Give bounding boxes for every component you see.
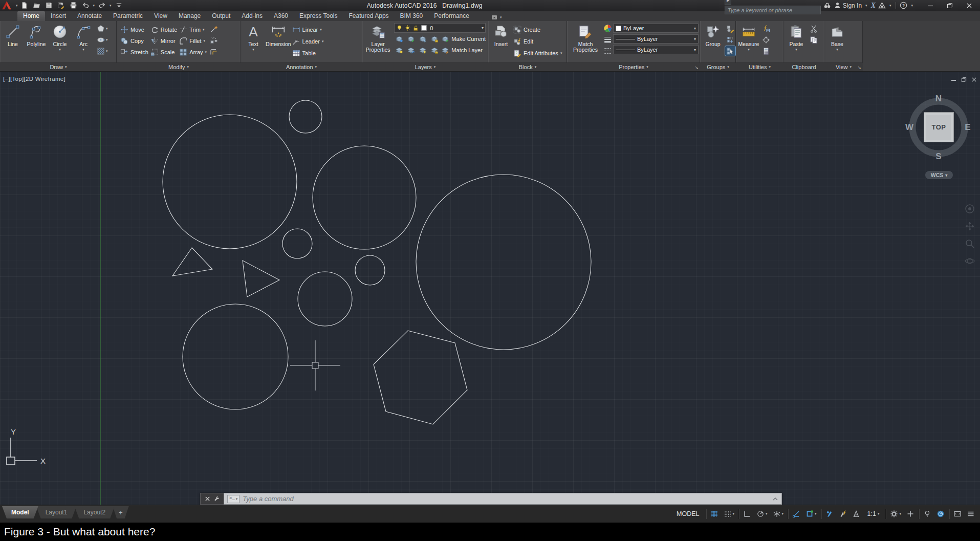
help-dropdown-arrow[interactable]: ▾ xyxy=(910,4,914,8)
close-command-icon[interactable] xyxy=(205,496,210,502)
dialog-launcher-icon[interactable]: ↘ xyxy=(857,65,861,70)
viewcube-east[interactable]: E xyxy=(965,122,970,133)
dropdown-arrow[interactable]: ▾ xyxy=(205,50,207,54)
search-history-arrow[interactable]: ▶ xyxy=(725,0,731,5)
tab-annotate[interactable]: Annotate xyxy=(72,11,107,21)
lyr-arrow-button[interactable] xyxy=(406,46,416,55)
customize-command-icon[interactable] xyxy=(214,496,220,502)
plot-button[interactable] xyxy=(68,1,79,10)
tab-bim-360[interactable]: BIM 360 xyxy=(395,11,429,21)
search-button[interactable] xyxy=(823,2,831,9)
command-line[interactable]: >_▾ xyxy=(200,493,782,505)
a360-icon[interactable] xyxy=(878,2,886,9)
match-layer-button[interactable]: Match Layer xyxy=(441,45,483,55)
annotation-scale-value[interactable]: 1:1▾ xyxy=(863,507,884,521)
dropdown-arrow[interactable]: ▾ xyxy=(252,48,254,52)
tab-add-ins[interactable]: Add-ins xyxy=(236,11,268,21)
dropdown-arrow[interactable]: ▾ xyxy=(82,48,84,52)
linetype-button[interactable] xyxy=(603,47,612,55)
layer-dropdown[interactable]: 0▾ xyxy=(394,23,486,33)
dropdown-arrow[interactable]: ▾ xyxy=(59,48,61,52)
dropdown-arrow[interactable]: ▾ xyxy=(899,512,901,516)
tab-output[interactable]: Output xyxy=(206,11,236,21)
viewport-controls-label[interactable]: [−][Top][2D Wireframe] xyxy=(3,76,66,82)
dropdown-arrow[interactable]: ▾ xyxy=(106,38,108,42)
measure-button[interactable]: Measure▾ xyxy=(737,22,760,62)
linetype-dropdown[interactable]: ByLayer▾ xyxy=(613,45,699,54)
snap-mode-icon[interactable]: ▾ xyxy=(721,507,737,521)
annotation-scale-icon[interactable] xyxy=(850,507,863,521)
annotation-visibility-icon[interactable] xyxy=(823,507,836,521)
drawn-circle[interactable] xyxy=(355,255,385,285)
dropdown-arrow[interactable]: ▾ xyxy=(204,39,206,43)
panel-expand-arrow[interactable]: ▾ xyxy=(65,65,67,69)
drawn-triangle[interactable] xyxy=(172,248,212,276)
lineweight-button[interactable] xyxy=(603,35,612,44)
viewcube-top-face[interactable]: TOP xyxy=(924,113,953,142)
polar-tracking-icon[interactable]: ▾ xyxy=(754,507,770,521)
ellipse-button[interactable]: ▾ xyxy=(96,35,109,45)
quickselect-button[interactable] xyxy=(761,24,771,33)
table-button[interactable]: Table xyxy=(292,48,324,58)
dropdown-arrow[interactable]: ▾ xyxy=(766,512,768,516)
new-layout-button[interactable]: + xyxy=(113,506,129,518)
drawn-triangle[interactable] xyxy=(243,261,279,297)
edit-button[interactable]: Edit xyxy=(513,36,562,47)
steering-wheel-icon[interactable] xyxy=(965,204,978,214)
paste-button[interactable]: Paste▾ xyxy=(785,22,808,62)
drawing-close-button[interactable] xyxy=(971,77,977,82)
dimension-button[interactable]: Dimension xyxy=(266,22,291,62)
panel-expand-arrow[interactable]: ▾ xyxy=(850,65,852,69)
customize-qat-button[interactable] xyxy=(113,1,125,10)
autocad-logo-icon[interactable] xyxy=(1,1,15,11)
help-button[interactable]: ? xyxy=(900,2,907,9)
grid-display-icon[interactable] xyxy=(708,507,721,521)
erase-button[interactable] xyxy=(209,24,220,34)
groupadd-button[interactable] xyxy=(725,35,735,45)
panel-label-modify[interactable]: Modify▾ xyxy=(117,62,241,71)
explode-button[interactable] xyxy=(209,35,220,45)
array-button[interactable]: Array▾ xyxy=(179,47,207,57)
command-history-chevron[interactable] xyxy=(772,496,778,502)
tab-parametric[interactable]: Parametric xyxy=(107,11,148,21)
drawn-circle[interactable] xyxy=(282,229,312,258)
zoom-icon[interactable] xyxy=(965,239,978,249)
new-file-button[interactable] xyxy=(18,1,30,10)
drawn-hexagon[interactable] xyxy=(374,331,467,424)
make-current-button[interactable]: Make Current xyxy=(441,34,486,44)
sign-in-dropdown-arrow[interactable]: ▾ xyxy=(864,4,868,8)
copyclip-button[interactable] xyxy=(809,35,819,45)
rotate-button[interactable]: Rotate xyxy=(150,24,177,35)
dropdown-arrow[interactable]: ▾ xyxy=(203,28,205,32)
edit-attributes-button[interactable]: Edit Attributes▾ xyxy=(513,48,562,58)
tab-express-tools[interactable]: Express Tools xyxy=(294,11,343,21)
panel-label-utilities[interactable]: Utilities▾ xyxy=(736,62,783,71)
drawing-minimize-button[interactable] xyxy=(951,77,956,82)
tab-a360[interactable]: A360 xyxy=(268,11,294,21)
dropdown-arrow[interactable]: ▾ xyxy=(320,28,322,32)
save-as-button[interactable] xyxy=(55,1,67,10)
ribbon-collapse-button[interactable]: ▾ xyxy=(488,14,506,21)
linear-button[interactable]: Linear▾ xyxy=(292,24,324,35)
layer-properties-button[interactable]: Layer Properties xyxy=(364,22,392,62)
panel-expand-arrow[interactable]: ▾ xyxy=(646,65,648,69)
redo-button[interactable] xyxy=(96,1,108,10)
ribbon-collapse-arrow[interactable]: ▾ xyxy=(499,15,503,19)
tab-featured-apps[interactable]: Featured Apps xyxy=(343,11,395,21)
exchange-apps-icon[interactable]: X xyxy=(871,2,876,10)
drawn-circle[interactable] xyxy=(298,272,352,326)
offset-button[interactable] xyxy=(209,47,220,56)
panel-expand-arrow[interactable]: ▾ xyxy=(769,65,771,69)
dropdown-arrow[interactable]: ▾ xyxy=(815,512,817,516)
dialog-launcher-icon[interactable]: ↘ xyxy=(694,65,699,70)
wcs-dropdown[interactable]: WCS▾ xyxy=(925,171,953,179)
dropdown-arrow[interactable]: ▾ xyxy=(106,49,108,53)
hardware-acceleration-icon[interactable] xyxy=(934,507,947,521)
model-space-indicator[interactable]: MODEL xyxy=(672,507,704,521)
dropdown-arrow[interactable]: ▾ xyxy=(560,51,562,55)
save-button[interactable] xyxy=(43,1,55,10)
object-snap-tracking-icon[interactable] xyxy=(790,507,803,521)
drawn-circle[interactable] xyxy=(289,100,322,133)
tab-home[interactable]: Home xyxy=(17,11,45,21)
base-button[interactable]: Base▾ xyxy=(826,22,848,62)
